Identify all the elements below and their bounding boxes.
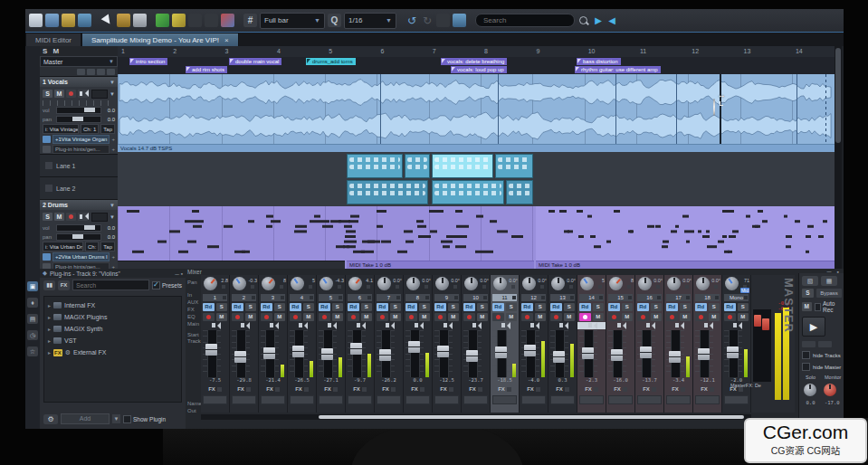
record-button[interactable] xyxy=(319,313,330,321)
folder-icon[interactable]: ▧ xyxy=(802,276,818,286)
timeline-marker[interactable]: bass distortion xyxy=(577,58,621,65)
monitor-speaker-row[interactable] xyxy=(491,322,519,329)
search-prev-icon[interactable]: ◀ xyxy=(606,15,617,25)
midi-channel-box[interactable]: Ch: xyxy=(85,242,99,251)
channel-fx-button[interactable]: FX xyxy=(548,384,577,394)
mixer-channel-strip[interactable]: 54RdSM-26.5FX xyxy=(288,275,317,413)
fader-cap[interactable] xyxy=(727,346,739,358)
timeline-marker[interactable]: vocals: delete breathing xyxy=(441,58,507,65)
mixer-toggle-icon[interactable] xyxy=(221,14,234,27)
plugin-slot[interactable]: +2Vita Urban Drums I+ xyxy=(40,251,118,261)
solo-button[interactable]: S xyxy=(448,303,460,311)
fader-area[interactable] xyxy=(346,330,374,377)
track-record-button[interactable] xyxy=(66,90,76,98)
fader-cap[interactable] xyxy=(495,346,507,358)
mute-button[interactable]: M xyxy=(506,313,518,321)
record-ready-button[interactable]: Rd xyxy=(319,303,330,311)
crossfade-editor-icon[interactable] xyxy=(156,14,169,27)
channel-fx-button[interactable]: FX xyxy=(635,384,663,394)
channel-number[interactable]: 7 xyxy=(377,294,401,301)
timeline-marker[interactable]: vocals: loud pop up xyxy=(451,66,507,73)
take-clip-selected[interactable] xyxy=(432,154,493,178)
snap-grid-icon[interactable]: # xyxy=(243,14,257,27)
pan-knob[interactable] xyxy=(204,277,217,290)
take-clip[interactable] xyxy=(432,180,504,204)
fader-area[interactable] xyxy=(317,330,345,377)
fader-area[interactable] xyxy=(491,330,519,377)
record-ready-button[interactable]: Rd xyxy=(550,303,562,311)
scrollbar-thumb[interactable] xyxy=(319,415,744,419)
channel-number[interactable]: 15 xyxy=(608,294,633,301)
fader-area[interactable] xyxy=(230,330,258,377)
chevron-down-icon[interactable]: ▼ xyxy=(112,414,120,423)
monitor-speaker-row[interactable] xyxy=(577,322,606,329)
fader-cap[interactable] xyxy=(321,348,333,360)
monitor-speaker-row[interactable] xyxy=(462,322,490,329)
channel-select-box[interactable] xyxy=(396,296,400,299)
slider-track[interactable] xyxy=(56,107,101,114)
fx-menu-box[interactable] xyxy=(536,387,540,392)
channel-select-box[interactable] xyxy=(339,296,342,299)
channel-select-box[interactable] xyxy=(454,296,458,299)
pan-reset-box[interactable] xyxy=(367,285,370,289)
fader-area[interactable] xyxy=(375,330,403,377)
channel-select-box[interactable] xyxy=(281,296,284,299)
slider-track[interactable] xyxy=(56,233,101,241)
plus-icon[interactable]: + xyxy=(111,137,115,142)
pan-reset-box[interactable] xyxy=(598,285,602,289)
solo-button[interactable]: S xyxy=(564,303,576,311)
mini-button-icon[interactable] xyxy=(87,69,95,75)
fx-tab-icon[interactable]: FX xyxy=(58,280,70,290)
fader-cap[interactable] xyxy=(611,349,623,361)
track-record-button[interactable] xyxy=(66,213,76,221)
solo-button[interactable]: S xyxy=(709,303,720,311)
fx-menu-box[interactable] xyxy=(681,387,685,392)
quantize-icon[interactable]: Q xyxy=(328,14,341,27)
monitor-speaker-row[interactable] xyxy=(259,322,287,329)
master-mute-button[interactable]: M xyxy=(802,302,812,311)
fader-cap[interactable] xyxy=(234,351,246,363)
monitor-view-icon[interactable]: ▣ xyxy=(27,281,38,291)
hide-tracks-checkbox[interactable]: hide Tracks xyxy=(799,347,844,359)
timeline-marker[interactable]: intro section xyxy=(129,58,167,65)
mute-button[interactable]: M xyxy=(535,313,547,321)
record-ready-button[interactable]: Rd xyxy=(348,303,359,311)
mute-button[interactable]: M xyxy=(245,313,257,321)
monitor-speaker-row[interactable] xyxy=(520,322,548,329)
record-ready-button[interactable]: Rd xyxy=(232,303,243,311)
mini-button-icon[interactable] xyxy=(802,341,816,347)
plus-icon[interactable]: + xyxy=(111,254,115,260)
record-ready-button[interactable]: Rd xyxy=(492,303,504,311)
fader-area[interactable] xyxy=(577,330,606,377)
mixer-channel-strip[interactable]: 83RdSM-21.4FX xyxy=(259,275,288,413)
master-fader-left[interactable] xyxy=(754,315,761,327)
mixer-channel-strip[interactable]: 4.16RdSM-9.7FX xyxy=(346,275,375,413)
fader-cap[interactable] xyxy=(205,344,217,356)
mixer-channel-strip[interactable]: 0.0°16RdSM-13.7FX xyxy=(635,275,664,413)
mute-button[interactable]: M xyxy=(622,313,634,321)
mixer-channel-strip[interactable]: 514RdSM-2.3FX xyxy=(577,275,606,413)
channel-number[interactable]: 6 xyxy=(348,294,372,301)
fader-cap[interactable] xyxy=(698,348,710,360)
fader-cap[interactable] xyxy=(379,349,391,361)
channel-number[interactable]: 3 xyxy=(261,294,285,301)
track-solo-button[interactable]: S xyxy=(43,90,52,98)
record-ready-button[interactable]: Rd xyxy=(203,303,215,311)
mixer-channel-strip[interactable]: 0.0°11RdSM-18.5FX xyxy=(491,275,520,413)
channel-select-box[interactable] xyxy=(252,296,255,299)
channel-name-box[interactable] xyxy=(521,395,546,404)
mixer-channel-strip[interactable]: 0.0°17RdSM-3.4FX xyxy=(664,275,693,413)
record-button[interactable] xyxy=(377,313,388,321)
mute-button[interactable]: M xyxy=(680,313,692,321)
pan-reset-box[interactable] xyxy=(685,285,689,289)
mute-button[interactable]: M xyxy=(274,313,286,321)
monitor-knob[interactable] xyxy=(824,384,836,396)
fader-track[interactable] xyxy=(410,330,420,377)
solo-button[interactable]: S xyxy=(419,303,431,311)
record-button[interactable] xyxy=(290,313,301,321)
solo-mute-header[interactable]: S M xyxy=(40,46,118,56)
monitor-speaker-row[interactable] xyxy=(230,322,258,329)
channel-name-box[interactable] xyxy=(261,395,285,404)
channel-fx-button[interactable]: FX xyxy=(230,384,258,394)
track-solo-button[interactable]: S xyxy=(43,213,52,221)
